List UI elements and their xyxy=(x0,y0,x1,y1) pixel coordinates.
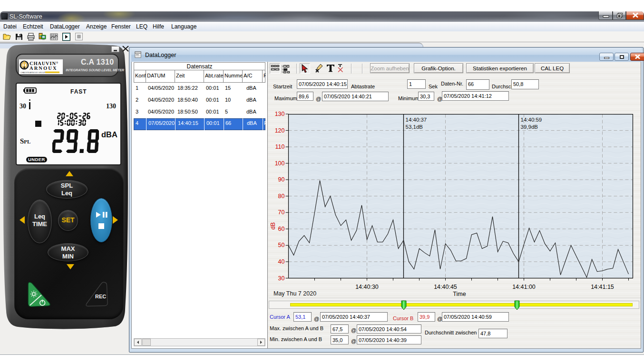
svg-text:14:40:30: 14:40:30 xyxy=(355,284,379,290)
svg-text:Time: Time xyxy=(453,291,466,297)
svg-text:May Thu 7 2020: May Thu 7 2020 xyxy=(273,290,316,297)
svg-text:40: 40 xyxy=(278,258,285,265)
svg-text:100: 100 xyxy=(275,160,285,167)
svg-text:90: 90 xyxy=(278,176,285,183)
svg-text:dB: dB xyxy=(270,222,276,229)
svg-text:39,9dB: 39,9dB xyxy=(521,124,538,130)
svg-text:30: 30 xyxy=(278,275,285,282)
svg-text:14:41:15: 14:41:15 xyxy=(591,284,614,290)
svg-text:53,1dB: 53,1dB xyxy=(406,124,423,130)
svg-text:50: 50 xyxy=(278,242,285,248)
svg-text:ARNOUX: ARNOUX xyxy=(29,66,58,71)
svg-text:130: 130 xyxy=(275,111,285,117)
svg-text:14:41:00: 14:41:00 xyxy=(512,284,536,290)
svg-text:CHAUVIN ARNOUX GROUP: CHAUVIN ARNOUX GROUP xyxy=(20,72,46,74)
svg-text:14:40:45: 14:40:45 xyxy=(434,284,457,290)
svg-text:110: 110 xyxy=(275,143,285,150)
svg-text:REC: REC xyxy=(95,294,106,299)
svg-text:14:40:59: 14:40:59 xyxy=(521,117,542,123)
svg-text:80: 80 xyxy=(278,193,285,200)
svg-text:120: 120 xyxy=(275,127,285,134)
svg-text:14:40:37: 14:40:37 xyxy=(406,117,427,123)
svg-text:60: 60 xyxy=(278,226,285,232)
svg-text:70: 70 xyxy=(278,209,285,216)
